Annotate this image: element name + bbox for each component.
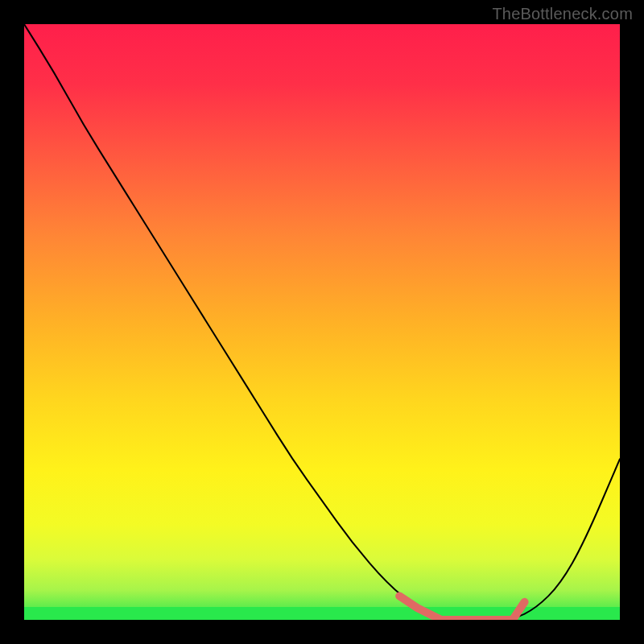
chart-canvas: TheBottleneck.com xyxy=(0,0,644,644)
plot-area xyxy=(24,24,620,620)
bottleneck-curve xyxy=(24,24,620,620)
watermark-text: TheBottleneck.com xyxy=(492,5,633,23)
